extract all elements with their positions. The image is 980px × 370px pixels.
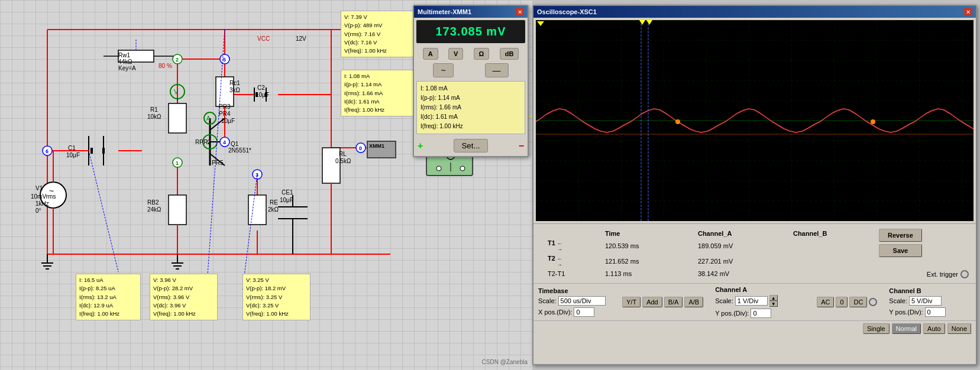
readout-idc: I(dc): 1.61 mA: [421, 112, 521, 122]
multimeter-close[interactable]: ✕: [516, 8, 524, 16]
oscilloscope-display-svg: [536, 20, 973, 221]
cha-radio[interactable]: [869, 298, 877, 306]
multimeter-title: Multimeter-XMM1: [418, 8, 471, 15]
ce1-val: 10µF: [280, 197, 293, 203]
t1-cha: 189.059 mV: [693, 238, 788, 254]
svg-text:5: 5: [223, 57, 226, 63]
col-header-empty: [543, 229, 600, 238]
rl-val: 0.5kΩ: [335, 158, 351, 164]
timebase-xpos-row: X pos.(Div):: [538, 307, 615, 317]
pr5-label: PR5: [212, 160, 223, 166]
ba-button[interactable]: B/A: [664, 297, 683, 307]
rb2-val: 24kΩ: [147, 206, 161, 213]
c2-val: 10µF: [255, 92, 269, 98]
col-header-time: Time: [600, 229, 693, 238]
multimeter-wave-dc[interactable]: —: [485, 63, 509, 77]
meas-box-4: V: 3.96 V V(p-p): 28.2 mV V(rms): 3.96 V…: [150, 274, 218, 320]
svg-text:2: 2: [176, 57, 179, 63]
rc1-val: 3kΩ: [229, 87, 240, 93]
measurement-display-area: Time Channel_A Channel_B T1 ←→ 120.539: [533, 223, 976, 283]
meas-box-2: I: 1.08 mA I(p-p): 1.14 mA I(rms): 1.66 …: [341, 70, 418, 116]
svg-rect-31: [248, 195, 266, 225]
chb-ypos-input[interactable]: [925, 307, 946, 317]
t1-time: 120.539 ms: [600, 238, 693, 254]
t1-chb: [788, 238, 881, 254]
timebase-scale-input[interactable]: [558, 296, 606, 306]
cha-ypos-label: Y pos.(Div):: [715, 310, 749, 317]
pr3-label: PR3: [219, 103, 230, 110]
multimeter-mode-row: A V Ω dB: [414, 46, 528, 62]
t2t1-time: 1.113 ms: [600, 269, 693, 278]
svg-text:V: V: [174, 88, 179, 95]
rpr2-label: RPR2: [195, 139, 211, 145]
r1-val: 10kΩ: [147, 113, 161, 120]
cha-scale-input[interactable]: [735, 296, 768, 306]
cha-dc-button[interactable]: DC: [849, 297, 867, 307]
rw1-pct: 80 %: [159, 63, 172, 69]
oscilloscope-close[interactable]: ✕: [964, 8, 972, 16]
svg-point-99: [871, 119, 875, 124]
terminal-minus: −: [519, 141, 524, 151]
multimeter-readout: I: 1.08 mA I(p-p): 1.14 mA I(rms): 1.66 …: [416, 81, 525, 134]
re-val: 2kΩ: [268, 206, 279, 213]
svg-text:1: 1: [176, 160, 179, 166]
reverse-button[interactable]: Reverse: [879, 229, 922, 242]
rw1-label: Rw1: [118, 52, 130, 59]
svg-text:6: 6: [46, 148, 48, 154]
vcc-value: 12V: [296, 35, 306, 42]
chb-ypos-row: Y pos.(Div):: [889, 307, 980, 317]
t1-arrows[interactable]: ←→: [557, 241, 562, 252]
v1-label: V1: [35, 185, 43, 192]
rb2-label: RB2: [147, 199, 159, 206]
t2-arrows[interactable]: ←→: [557, 256, 562, 268]
multimeter-mode-dB[interactable]: dB: [500, 48, 519, 60]
ext-trigger-radio[interactable]: [960, 270, 969, 278]
channel-a-section: Channel A Scale: ▲ ▼ Y pos.(Div):: [715, 286, 810, 318]
t2t1-cha: 38.142 mV: [693, 269, 788, 278]
cha-label: Channel A: [715, 286, 810, 293]
readout-ifreq: I(freq): 1.00 kHz: [421, 122, 521, 131]
cha-ac-button[interactable]: AC: [817, 297, 834, 307]
multimeter-titlebar: Multimeter-XMM1 ✕: [414, 6, 528, 18]
oscilloscope-screen: [536, 20, 973, 221]
osc-action-buttons: Reverse Save: [876, 226, 924, 281]
chb-scale-input[interactable]: [909, 296, 942, 306]
rc1-label: Rc1: [229, 80, 240, 86]
ab-button[interactable]: A/B: [684, 297, 703, 307]
cha-scale-up[interactable]: ▲: [769, 295, 778, 301]
multimeter-set-button[interactable]: Set...: [454, 139, 487, 152]
multimeter-mode-ohm[interactable]: Ω: [474, 48, 490, 60]
t2t1-label: T2-T1: [543, 269, 600, 278]
save-button[interactable]: Save: [879, 244, 922, 257]
multimeter-wave-ac[interactable]: ~: [433, 63, 453, 77]
timebase-scale-label: Scale:: [538, 297, 557, 304]
chb-scale-row: Scale:: [889, 296, 980, 306]
channel-b-section: Channel B Scale: Y pos.(Div):: [889, 287, 980, 317]
cha-zero-button[interactable]: 0: [836, 297, 848, 307]
readout-irms: I(rms): 1.66 mA: [421, 103, 521, 112]
normal-button[interactable]: Normal: [892, 323, 921, 334]
t1-cursor-label: T1 ←→: [543, 238, 600, 254]
single-button[interactable]: Single: [863, 323, 890, 334]
cha-ypos-input[interactable]: [751, 309, 771, 318]
multimeter-wave-row: ~ —: [414, 62, 528, 79]
auto-button[interactable]: Auto: [923, 323, 945, 334]
yt-button[interactable]: Y/T: [622, 297, 641, 307]
osc-controls-row1: Timebase Scale: X pos.(Div): Y/T Add B/A…: [533, 283, 976, 320]
add-button[interactable]: Add: [642, 297, 662, 307]
cha-scale-down[interactable]: ▼: [769, 301, 778, 307]
col-header-cha: Channel_A: [693, 229, 788, 238]
multimeter-mode-V[interactable]: V: [448, 48, 463, 60]
c1-label: C1: [68, 145, 76, 151]
multimeter-mode-A[interactable]: A: [423, 48, 438, 60]
meas-box-5: V: 3.25 V V(p-p): 18.2 mV V(rms): 3.25 V…: [242, 274, 311, 320]
oscilloscope-titlebar: Oscilloscope-XSC1 ✕: [533, 6, 976, 18]
vcc-label: VCC: [257, 35, 270, 42]
multimeter-terminals: + Set... −: [414, 137, 528, 156]
svg-text:4: 4: [223, 139, 226, 145]
svg-text:A: A: [206, 115, 211, 122]
none-button[interactable]: None: [947, 323, 971, 334]
chb-scale-label: Scale:: [889, 297, 907, 304]
timebase-xpos-input[interactable]: [574, 307, 594, 317]
t2-time: 121.652 ms: [600, 254, 693, 269]
